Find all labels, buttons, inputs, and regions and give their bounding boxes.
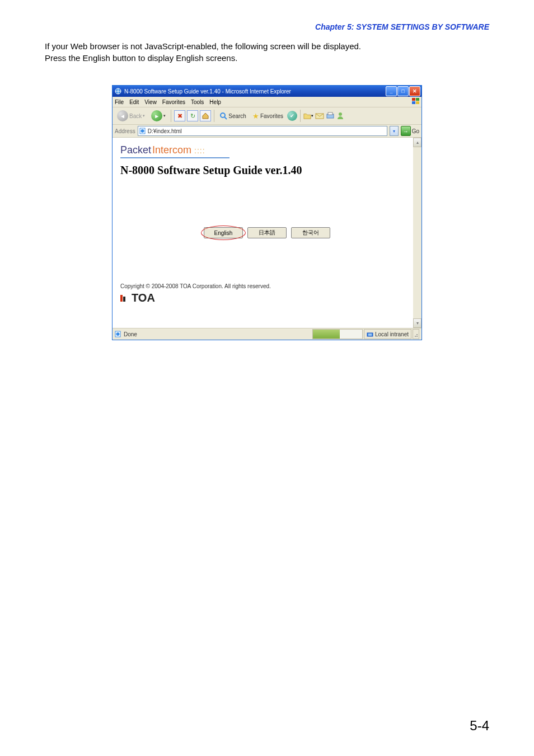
- menu-view[interactable]: View: [144, 99, 157, 105]
- scroll-down-button[interactable]: ▾: [413, 318, 421, 328]
- print-icon: [326, 112, 335, 120]
- page-number: 5-4: [470, 718, 489, 734]
- home-button[interactable]: [200, 110, 211, 121]
- english-button[interactable]: English: [204, 227, 243, 238]
- window-titlebar: N-8000 Software Setup Guide ver.1.40 - M…: [113, 86, 421, 97]
- logo-packet: Packet: [120, 144, 151, 156]
- statusbar: Done Local intranet: [113, 328, 421, 340]
- svg-rect-4: [416, 101, 419, 104]
- window-title: N-8000 Software Setup Guide ver.1.40 - M…: [124, 88, 386, 95]
- menu-favorites[interactable]: Favorites: [162, 99, 185, 105]
- vertical-scrollbar[interactable]: ▴ ▾: [413, 138, 421, 328]
- media-button[interactable]: ✔: [287, 111, 297, 121]
- toa-mark-icon: [120, 294, 129, 303]
- svg-rect-2: [416, 98, 419, 101]
- menu-file[interactable]: File: [115, 99, 124, 105]
- svg-point-19: [416, 336, 418, 337]
- minimize-button[interactable]: _: [386, 86, 397, 96]
- star-icon: ★: [252, 112, 259, 120]
- menu-edit[interactable]: Edit: [129, 99, 139, 105]
- address-label: Address: [115, 128, 135, 134]
- address-input[interactable]: D:¥index.html: [138, 126, 387, 136]
- svg-point-10: [339, 112, 342, 116]
- body-text-2: Press the English button to display Engl…: [45, 53, 489, 63]
- svg-rect-18: [368, 334, 372, 336]
- status-grip: [413, 329, 419, 339]
- menubar: File Edit View Favorites Tools Help: [113, 97, 421, 107]
- status-text: Done: [124, 331, 137, 337]
- chapter-heading: Chapter 5: SYSTEM SETTINGS BY SOFTWARE: [45, 22, 489, 31]
- address-dropdown[interactable]: ▾: [390, 126, 399, 136]
- svg-point-21: [416, 334, 418, 335]
- go-button[interactable]: → Go: [401, 126, 419, 136]
- menu-tools[interactable]: Tools: [191, 99, 204, 105]
- japanese-button[interactable]: 日本語: [247, 227, 287, 238]
- close-button[interactable]: ✕: [409, 86, 420, 96]
- messenger-button[interactable]: [336, 112, 344, 120]
- svg-rect-3: [412, 101, 415, 104]
- menu-help[interactable]: Help: [209, 99, 221, 105]
- guide-title: N-8000 Software Setup Guide ver.1.40: [120, 164, 414, 177]
- forward-icon: ►: [151, 110, 162, 121]
- favorites-button[interactable]: ★ Favorites: [250, 110, 285, 122]
- svg-point-12: [140, 129, 144, 133]
- mail-button[interactable]: [315, 112, 324, 120]
- status-progress: [312, 329, 363, 339]
- korean-button[interactable]: 한국어: [291, 227, 330, 238]
- svg-point-16: [116, 332, 120, 336]
- scroll-up-button[interactable]: ▴: [413, 138, 421, 147]
- search-button[interactable]: Search: [217, 110, 249, 122]
- svg-rect-9: [328, 112, 332, 115]
- status-zone: Local intranet: [364, 329, 411, 339]
- toolbar: ◄ Back ▾ ► ▾ ✖ ↻: [113, 107, 421, 125]
- copyright-text: Copyright © 2004-2008 TOA Corporation. A…: [120, 283, 414, 289]
- svg-rect-13: [120, 295, 123, 302]
- folder-icon: [303, 111, 311, 120]
- search-icon: [219, 112, 227, 120]
- refresh-button[interactable]: ↻: [187, 110, 198, 121]
- browser-screenshot: N-8000 Software Setup Guide ver.1.40 - M…: [112, 85, 422, 340]
- browser-content: Packet Intercom :::: N-8000 Software Set…: [113, 138, 421, 328]
- page-icon: [139, 128, 146, 134]
- logo-dots: ::::: [194, 146, 205, 155]
- print-button[interactable]: [326, 112, 335, 120]
- history-button[interactable]: ▾: [303, 111, 313, 121]
- windows-flag-icon: [411, 97, 420, 105]
- stop-button[interactable]: ✖: [174, 110, 185, 121]
- ie-icon: [114, 87, 122, 95]
- packet-intercom-logo: Packet Intercom ::::: [120, 144, 229, 158]
- svg-point-20: [415, 336, 416, 337]
- svg-line-6: [224, 117, 227, 119]
- svg-rect-1: [412, 98, 415, 101]
- home-icon: [202, 112, 209, 120]
- toa-logo: TOA: [120, 292, 414, 304]
- body-text-1: If your Web browser is not JavaScript-en…: [45, 41, 489, 51]
- back-button[interactable]: ◄ Back ▾: [115, 110, 147, 122]
- address-bar: Address D:¥index.html ▾ → Go: [113, 125, 421, 138]
- zone-icon: [367, 331, 373, 337]
- maximize-button[interactable]: □: [397, 86, 409, 96]
- svg-point-5: [221, 113, 225, 118]
- go-icon: →: [401, 126, 411, 136]
- mail-icon: [315, 112, 324, 120]
- status-page-icon: [115, 331, 121, 337]
- back-icon: ◄: [117, 110, 128, 121]
- svg-rect-14: [123, 297, 125, 302]
- forward-button[interactable]: ► ▾: [149, 110, 168, 122]
- person-icon: [336, 112, 344, 120]
- language-buttons: English 日本語 한국어: [120, 227, 414, 238]
- logo-intercom: Intercom: [152, 144, 191, 156]
